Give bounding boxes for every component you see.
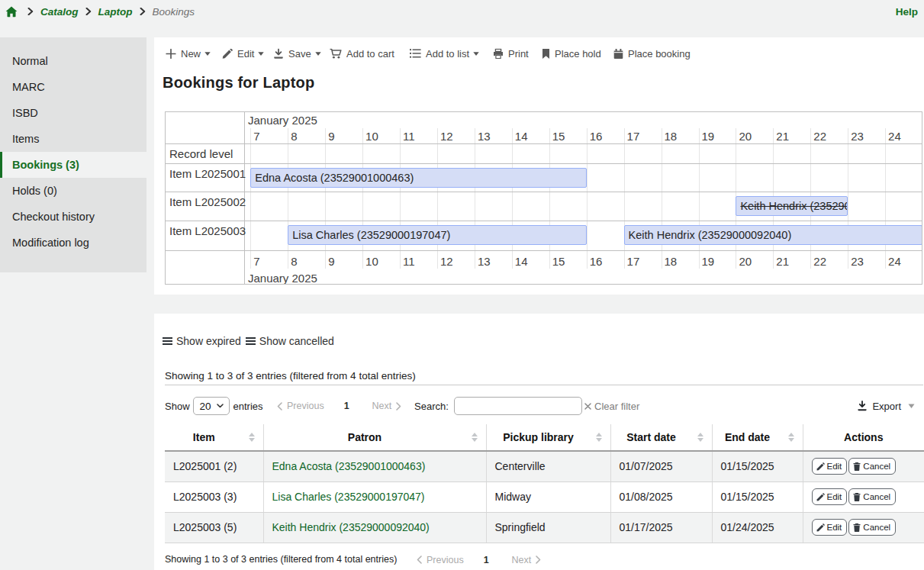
page-length-control: Show 20 entries [165,395,263,417]
previous-page-button[interactable]: Previous [417,555,464,565]
cell-actions: Edit Cancel [803,451,924,481]
column-header-actions[interactable]: Actions [803,424,924,451]
sidebar-item-checkout-history[interactable]: Checkout history [0,204,146,230]
pagination-bottom: Previous 1 Next [417,554,541,565]
timeline-grid-line [362,128,363,269]
current-page-button[interactable]: 1 [484,555,489,565]
current-page-button[interactable]: 1 [344,401,349,411]
timeline-day-label: 18 [665,130,678,143]
column-header-label: Item [193,431,215,443]
sort-up-arrow [472,433,478,436]
timeline-grid-line [699,128,700,269]
sort-icon [249,433,255,442]
filter-toggle-label: Show cancelled [259,335,334,347]
sidebar-item-modification-log[interactable]: Modification log [0,230,146,256]
toolbar-button-place-booking[interactable]: Place booking [613,48,691,60]
column-header-patron[interactable]: Patron [263,424,486,451]
cancel-booking-button[interactable]: Cancel [848,519,896,536]
timeline-booking-bar[interactable]: Keith Hendrix (23529000092040) [624,225,922,245]
next-page-button[interactable]: Next [372,401,402,411]
table-info: Showing 1 to 3 of 3 entries (filtered fr… [165,370,416,382]
breadcrumb-link[interactable]: Catalog [40,6,79,18]
sidebar-item-isbd[interactable]: ISBD [0,100,146,126]
patron-link[interactable]: Edna Acosta (23529001000463) [272,460,426,472]
show-expired-button[interactable]: Show expired [163,335,241,347]
timeline-day-label: 15 [552,255,565,268]
patron-link[interactable]: Lisa Charles (23529000197047) [272,491,425,503]
column-header-start-date[interactable]: Start date [610,424,712,451]
previous-page-button[interactable]: Previous [277,401,324,411]
edit-booking-button[interactable]: Edit [812,488,848,505]
booking-row: L2025003 (5) Keith Hendrix (235290000920… [165,512,924,543]
chevron-right-icon [536,556,541,564]
sidebar-item-bookings-3[interactable]: Bookings (3) [0,152,146,178]
timeline-day-label: 7 [253,255,259,268]
next-page-button[interactable]: Next [512,555,542,565]
timeline-day-label: 19 [702,255,715,268]
calendar-icon [613,48,623,59]
timeline-row-divider [166,250,922,251]
timeline-row-divider [166,221,922,221]
divider [165,385,923,385]
clear-filter-button[interactable]: Clear filter [584,395,639,417]
search-input[interactable] [454,397,582,415]
sidebar-item-marc[interactable]: MARC [0,74,146,100]
cancel-booking-button[interactable]: Cancel [848,458,896,475]
toolbar-button-place-hold[interactable]: Place hold [542,48,601,60]
column-header-pickup-library[interactable]: Pickup library [486,424,610,451]
help-link[interactable]: Help [896,6,918,18]
timeline-day-label: 21 [776,130,789,143]
cell-item: L2025001 (2) [165,451,263,481]
next-label: Next [372,401,392,411]
column-header-end-date[interactable]: End date [712,424,803,451]
show-cancelled-button[interactable]: Show cancelled [246,335,334,347]
cell-patron: Edna Acosta (23529001000463) [263,451,486,481]
caret-down-icon [258,51,264,56]
booking-row: L2025001 (2) Edna Acosta (23529001000463… [165,451,924,481]
toolbar-button-new[interactable]: New [166,48,211,60]
timeline-day-label: 18 [665,255,678,268]
sort-icon [697,433,703,442]
timeline-day-label: 23 [851,255,864,268]
cell-actions: Edit Cancel [803,512,924,543]
edit-booking-button[interactable]: Edit [812,519,848,536]
download-icon [857,401,868,411]
caret-down-icon [204,51,211,56]
pagination-top: Previous 1 Next [277,395,401,417]
toolbar-button-save[interactable]: Save [273,48,321,60]
timeline-day-label: 22 [813,130,826,143]
breadcrumb-link[interactable]: Laptop [98,6,133,18]
row-actions: Edit Cancel [812,519,924,536]
timeline-booking-bar[interactable]: Edna Acosta (23529001000463) [250,168,586,188]
sidebar-item-holds-0[interactable]: Holds (0) [0,178,146,204]
sidebar-item-normal[interactable]: Normal [0,48,146,74]
toolbar-button-add-to-list[interactable]: Add to list [410,48,479,60]
timeline-booking-bar[interactable]: Lisa Charles (23529000197047) [288,225,586,245]
timeline-grid-line [885,128,886,269]
page-length-select[interactable]: 20 [193,397,230,415]
export-button[interactable]: Export [857,395,915,417]
trash-icon [853,493,861,501]
cancel-booking-button[interactable]: Cancel [848,488,896,505]
pencil-icon [222,48,233,59]
x-icon [584,403,591,410]
timeline-grid-line [288,128,288,269]
timeline-grid-line [512,128,513,269]
breadcrumb-current: Bookings [153,6,195,18]
timeline-booking-bar[interactable]: Keith Hendrix (23529000092040) [736,196,848,216]
timeline-day-label: 16 [590,255,603,268]
timeline-group-label: Item L2025001 [169,167,246,180]
column-header-item[interactable]: Item [165,424,263,451]
patron-link[interactable]: Keith Hendrix (23529000092040) [272,521,430,533]
sort-up-arrow [697,433,703,436]
edit-booking-button[interactable]: Edit [812,458,848,475]
timeline-day-label: 8 [291,255,297,268]
toolbar-button-print[interactable]: Print [493,48,529,60]
sort-up-arrow [596,433,602,436]
toolbar-button-edit[interactable]: Edit [222,48,264,60]
export-label: Export [872,401,901,412]
sort-icon [596,433,602,442]
sidebar-item-items[interactable]: Items [0,126,146,152]
home-icon[interactable] [5,6,18,18]
toolbar-button-add-to-cart[interactable]: Add to cart [330,48,394,60]
